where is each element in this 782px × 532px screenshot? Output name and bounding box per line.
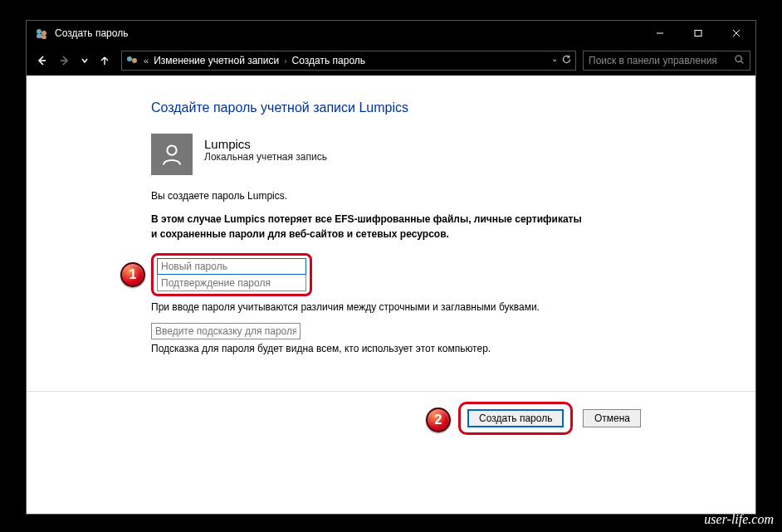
user-type: Локальная учетная запись: [204, 151, 327, 163]
svg-point-11: [132, 58, 137, 63]
svg-rect-3: [42, 36, 46, 39]
cancel-button[interactable]: Отмена: [583, 409, 641, 427]
page-heading: Создайте пароль учетной записи Lumpics: [151, 100, 755, 115]
hint-visibility-note: Подсказка для пароля будет видна всем, к…: [151, 343, 755, 354]
svg-rect-2: [37, 34, 42, 38]
watermark: user-life.com: [704, 512, 774, 527]
divider: [27, 391, 755, 392]
svg-line-13: [741, 61, 744, 64]
address-dropdown-button[interactable]: ⌄: [551, 54, 558, 67]
warning-text: В этом случае Lumpics потеряет все EFS-ш…: [151, 212, 583, 242]
avatar: [151, 134, 193, 175]
case-sensitivity-note: При вводе пароля учитываются различия ме…: [151, 301, 755, 313]
svg-point-12: [736, 56, 741, 61]
breadcrumb-item[interactable]: Изменение учетной записи: [154, 55, 279, 66]
navbar: « Изменение учетной записи › Создать пар…: [27, 46, 755, 76]
window-controls: [641, 21, 755, 46]
search-placeholder: Поиск в панели управления: [589, 55, 717, 66]
new-password-input[interactable]: [157, 258, 306, 275]
user-accounts-icon: [125, 54, 139, 67]
password-fields-highlight: 1: [151, 253, 312, 296]
address-bar[interactable]: « Изменение учетной записи › Создать пар…: [121, 51, 576, 71]
maximize-button[interactable]: [679, 21, 717, 46]
user-block: Lumpics Локальная учетная запись: [151, 134, 755, 175]
content-area: Создайте пароль учетной записи Lumpics L…: [27, 76, 755, 514]
breadcrumb-item[interactable]: Создать пароль: [292, 55, 365, 66]
svg-point-0: [37, 29, 42, 34]
create-button-highlight: 2 Создать пароль: [458, 402, 573, 435]
user-accounts-icon: [35, 27, 48, 40]
history-dropdown-button[interactable]: [78, 51, 91, 71]
search-icon: [734, 54, 745, 67]
svg-rect-5: [695, 31, 701, 37]
breadcrumb-prefix-icon: «: [144, 56, 149, 66]
control-panel-window: Создать пароль: [27, 21, 755, 514]
annotation-badge-1: 1: [120, 262, 145, 287]
titlebar: Создать пароль: [27, 21, 755, 46]
minimize-button[interactable]: [641, 21, 679, 46]
button-bar: 2 Создать пароль Отмена: [27, 402, 755, 435]
svg-point-14: [167, 145, 176, 154]
forward-button[interactable]: [55, 51, 75, 71]
chevron-right-icon: ›: [284, 56, 286, 66]
password-hint-input[interactable]: [151, 323, 301, 339]
user-name: Lumpics: [204, 137, 327, 151]
svg-point-1: [42, 31, 46, 36]
back-button[interactable]: [32, 51, 51, 71]
create-password-button[interactable]: Создать пароль: [467, 409, 564, 427]
annotation-badge-2: 2: [426, 408, 451, 432]
info-text: Вы создаете пароль Lumpics.: [151, 190, 755, 202]
refresh-button[interactable]: [561, 54, 572, 67]
confirm-password-input[interactable]: [157, 275, 306, 291]
up-button[interactable]: [95, 51, 115, 71]
window-title: Создать пароль: [55, 27, 641, 39]
svg-point-10: [127, 56, 132, 61]
search-input[interactable]: Поиск в панели управления: [583, 51, 750, 71]
close-button[interactable]: [717, 21, 755, 46]
